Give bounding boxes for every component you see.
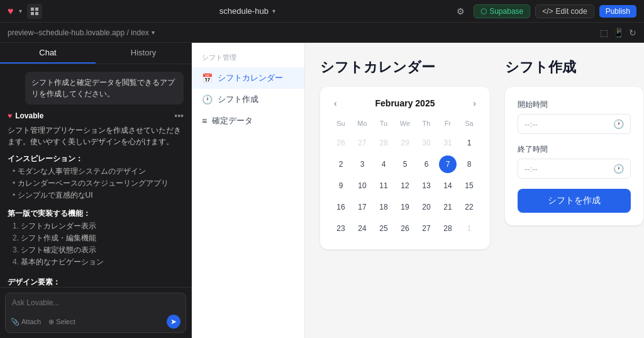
day-26-prev[interactable]: 26 — [332, 134, 350, 152]
supabase-button[interactable]: ⬡ Supabase — [474, 4, 530, 18]
day-27-prev[interactable]: 27 — [353, 134, 371, 152]
day-31-prev[interactable]: 31 — [439, 134, 457, 152]
day-4[interactable]: 4 — [375, 155, 392, 173]
calendar-day[interactable]: 17 — [352, 196, 373, 218]
table-row: 23 24 25 26 27 28 1 — [330, 218, 480, 239]
day-25[interactable]: 25 — [375, 220, 392, 237]
day-3[interactable]: 3 — [353, 155, 371, 173]
mobile-icon[interactable]: 📱 — [613, 28, 624, 38]
refresh-icon[interactable]: ↻ — [629, 28, 636, 38]
external-link-icon[interactable]: ⬚ — [600, 28, 608, 38]
more-options-icon[interactable]: ••• — [174, 111, 184, 121]
day-24[interactable]: 24 — [353, 220, 371, 237]
calendar-day[interactable]: 14 — [437, 175, 458, 196]
day-17[interactable]: 17 — [353, 198, 371, 216]
calendar-day[interactable]: 31 — [437, 132, 458, 154]
calendar-day[interactable]: 25 — [373, 218, 394, 239]
calendar-day[interactable]: 20 — [416, 196, 437, 218]
start-time-input[interactable]: --:-- 🕐 — [518, 114, 631, 134]
settings-button[interactable]: ⚙ — [453, 5, 469, 18]
sidebar-item-confirmed[interactable]: ≡ 確定データ — [192, 110, 304, 132]
day-10[interactable]: 10 — [353, 177, 371, 194]
day-8[interactable]: 8 — [460, 155, 478, 173]
calendar-day[interactable]: 1 — [458, 218, 480, 239]
day-7-today[interactable]: 7 — [439, 155, 457, 173]
calendar-day[interactable]: 28 — [373, 132, 394, 154]
calendar-day[interactable]: 26 — [394, 218, 416, 239]
day-5[interactable]: 5 — [396, 155, 414, 173]
calendar-day[interactable]: 27 — [352, 132, 373, 154]
calendar-day[interactable]: 8 — [458, 154, 480, 175]
calendar-day[interactable]: 16 — [330, 196, 352, 218]
day-13[interactable]: 13 — [418, 177, 435, 194]
calendar-day[interactable]: 26 — [330, 132, 352, 154]
day-28-prev[interactable]: 28 — [375, 134, 392, 152]
select-button[interactable]: ⊕ Select — [48, 318, 75, 326]
calendar-day[interactable]: 3 — [352, 154, 373, 175]
day-18[interactable]: 18 — [375, 198, 392, 216]
day-20[interactable]: 20 — [418, 198, 435, 216]
attach-button[interactable]: 📎 Attach — [11, 318, 41, 326]
calendar-day[interactable]: 21 — [437, 196, 458, 218]
edit-code-button[interactable]: </> Edit code — [535, 4, 594, 18]
title-dropdown-icon[interactable]: ▾ — [272, 8, 275, 14]
day-2[interactable]: 2 — [332, 155, 350, 173]
calendar-day[interactable]: 29 — [394, 132, 416, 154]
day-21[interactable]: 21 — [439, 198, 457, 216]
day-26[interactable]: 26 — [396, 220, 414, 237]
calendar-day[interactable]: 7 — [437, 154, 458, 175]
calendar-day[interactable]: 30 — [416, 132, 437, 154]
day-6[interactable]: 6 — [418, 155, 435, 173]
end-time-input[interactable]: --:-- 🕐 — [518, 159, 631, 179]
day-29-prev[interactable]: 29 — [396, 134, 414, 152]
calendar-day[interactable]: 10 — [352, 175, 373, 196]
send-button[interactable]: ➤ — [167, 315, 180, 329]
day-11[interactable]: 11 — [375, 177, 392, 194]
day-19[interactable]: 19 — [396, 198, 414, 216]
day-1[interactable]: 1 — [460, 134, 478, 152]
sidebar-confirmed-label: 確定データ — [212, 115, 253, 127]
dropdown-arrow-logo[interactable]: ▾ — [19, 8, 22, 14]
calendar-day[interactable]: 24 — [352, 218, 373, 239]
calendar-section-header: シフトカレンダー — [320, 58, 490, 77]
day-28[interactable]: 28 — [439, 220, 457, 237]
day-16[interactable]: 16 — [332, 198, 350, 216]
day-12[interactable]: 12 — [396, 177, 414, 194]
calendar-day[interactable]: 28 — [437, 218, 458, 239]
calendar-day[interactable]: 23 — [330, 218, 352, 239]
calendar-day[interactable]: 15 — [458, 175, 480, 196]
day-22[interactable]: 22 — [460, 198, 478, 216]
calendar-day[interactable]: 12 — [394, 175, 416, 196]
day-30-prev[interactable]: 30 — [418, 134, 435, 152]
calendar-day[interactable]: 9 — [330, 175, 352, 196]
calendar-day[interactable]: 6 — [416, 154, 437, 175]
tab-chat[interactable]: Chat — [0, 43, 96, 64]
calendar-day[interactable]: 22 — [458, 196, 480, 218]
day-23[interactable]: 23 — [332, 220, 350, 237]
chat-input[interactable] — [6, 293, 186, 312]
calendar-day[interactable]: 27 — [416, 218, 437, 239]
sidebar-item-shift-create[interactable]: 🕐 シフト作成 — [192, 89, 304, 110]
day-27[interactable]: 27 — [418, 220, 435, 237]
day-9[interactable]: 9 — [332, 177, 350, 194]
calendar-day[interactable]: 13 — [416, 175, 437, 196]
calendar-day[interactable]: 11 — [373, 175, 394, 196]
create-shift-button[interactable]: シフトを作成 — [518, 189, 631, 213]
tab-history[interactable]: History — [96, 43, 191, 64]
day-14[interactable]: 14 — [439, 177, 457, 194]
calendar-next-button[interactable]: › — [469, 97, 480, 110]
calendar-day[interactable]: 4 — [373, 154, 394, 175]
calendar-day[interactable]: 1 — [458, 132, 480, 154]
sidebar-item-calendar[interactable]: 📅 シフトカレンダー — [192, 67, 304, 89]
day-1-next[interactable]: 1 — [460, 220, 478, 237]
address-dropdown-icon[interactable]: ▾ — [152, 29, 155, 36]
calendar-card: ‹ February 2025 › Su Mo Tu We — [320, 87, 490, 249]
grid-icon[interactable] — [27, 4, 42, 19]
day-15[interactable]: 15 — [460, 177, 478, 194]
calendar-day[interactable]: 5 — [394, 154, 416, 175]
calendar-prev-button[interactable]: ‹ — [330, 97, 341, 110]
calendar-day[interactable]: 2 — [330, 154, 352, 175]
calendar-day[interactable]: 19 — [394, 196, 416, 218]
calendar-day[interactable]: 18 — [373, 196, 394, 218]
publish-button[interactable]: Publish — [599, 5, 636, 18]
